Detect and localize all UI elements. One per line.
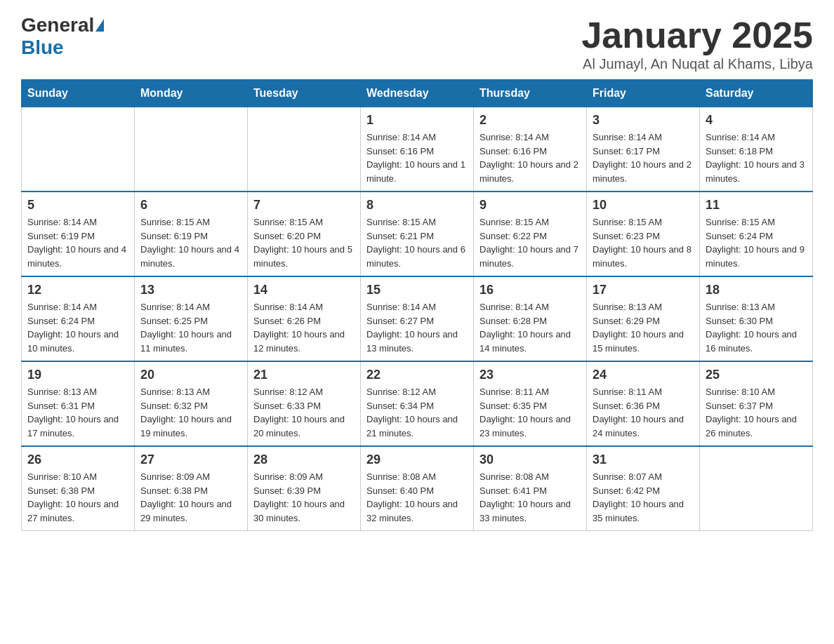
day-number: 13 <box>140 283 241 297</box>
col-header-sunday: Sunday <box>22 80 135 107</box>
week-row-5: 26Sunrise: 8:10 AMSunset: 6:38 PMDayligh… <box>22 446 813 531</box>
day-number: 31 <box>593 452 694 467</box>
calendar-cell: 15Sunrise: 8:14 AMSunset: 6:27 PMDayligh… <box>361 276 474 361</box>
week-row-2: 5Sunrise: 8:14 AMSunset: 6:19 PMDaylight… <box>22 192 813 276</box>
day-info: Sunrise: 8:10 AMSunset: 6:37 PMDaylight:… <box>706 385 807 440</box>
day-info: Sunrise: 8:14 AMSunset: 6:16 PMDaylight:… <box>366 130 468 185</box>
logo-blue-text: Blue <box>21 36 64 59</box>
calendar-cell: 20Sunrise: 8:13 AMSunset: 6:32 PMDayligh… <box>135 361 248 446</box>
calendar-cell: 18Sunrise: 8:13 AMSunset: 6:30 PMDayligh… <box>700 276 813 361</box>
day-info: Sunrise: 8:15 AMSunset: 6:21 PMDaylight:… <box>366 215 468 270</box>
day-info: Sunrise: 8:13 AMSunset: 6:29 PMDaylight:… <box>593 300 694 355</box>
day-info: Sunrise: 8:14 AMSunset: 6:18 PMDaylight:… <box>706 130 807 185</box>
header-row: SundayMondayTuesdayWednesdayThursdayFrid… <box>22 80 813 107</box>
day-number: 27 <box>140 452 241 467</box>
calendar-cell: 22Sunrise: 8:12 AMSunset: 6:34 PMDayligh… <box>361 361 474 446</box>
day-info: Sunrise: 8:11 AMSunset: 6:36 PMDaylight:… <box>593 385 694 440</box>
calendar-cell <box>22 107 135 192</box>
day-info: Sunrise: 8:14 AMSunset: 6:19 PMDaylight:… <box>27 215 128 270</box>
day-number: 23 <box>479 368 581 382</box>
col-header-friday: Friday <box>587 80 700 107</box>
calendar-cell: 4Sunrise: 8:14 AMSunset: 6:18 PMDaylight… <box>700 107 813 192</box>
calendar-cell: 6Sunrise: 8:15 AMSunset: 6:19 PMDaylight… <box>135 192 248 276</box>
calendar-cell: 25Sunrise: 8:10 AMSunset: 6:37 PMDayligh… <box>700 361 813 446</box>
day-number: 19 <box>27 368 128 382</box>
day-info: Sunrise: 8:07 AMSunset: 6:42 PMDaylight:… <box>593 470 694 525</box>
day-number: 14 <box>253 283 355 297</box>
day-info: Sunrise: 8:08 AMSunset: 6:41 PMDaylight:… <box>479 470 581 525</box>
col-header-thursday: Thursday <box>474 80 587 107</box>
day-number: 11 <box>706 198 807 213</box>
day-info: Sunrise: 8:12 AMSunset: 6:34 PMDaylight:… <box>366 385 468 440</box>
calendar-cell: 2Sunrise: 8:14 AMSunset: 6:16 PMDaylight… <box>474 107 587 192</box>
calendar-cell: 11Sunrise: 8:15 AMSunset: 6:24 PMDayligh… <box>700 192 813 276</box>
week-row-1: 1Sunrise: 8:14 AMSunset: 6:16 PMDaylight… <box>22 107 813 192</box>
week-row-3: 12Sunrise: 8:14 AMSunset: 6:24 PMDayligh… <box>22 276 813 361</box>
calendar-cell <box>700 446 813 531</box>
day-info: Sunrise: 8:09 AMSunset: 6:39 PMDaylight:… <box>253 470 355 525</box>
calendar-cell: 23Sunrise: 8:11 AMSunset: 6:35 PMDayligh… <box>474 361 587 446</box>
main-title: January 2025 <box>581 14 813 56</box>
header: General Blue January 2025 Al Jumayl, An … <box>21 14 813 72</box>
day-info: Sunrise: 8:11 AMSunset: 6:35 PMDaylight:… <box>479 385 581 440</box>
calendar-cell: 24Sunrise: 8:11 AMSunset: 6:36 PMDayligh… <box>587 361 700 446</box>
day-number: 24 <box>593 368 694 382</box>
day-number: 4 <box>706 113 807 128</box>
col-header-wednesday: Wednesday <box>361 80 474 107</box>
day-number: 3 <box>593 113 694 128</box>
col-header-monday: Monday <box>135 80 248 107</box>
day-number: 15 <box>366 283 468 297</box>
day-number: 18 <box>706 283 807 297</box>
day-number: 9 <box>479 198 581 213</box>
day-number: 21 <box>253 368 355 382</box>
day-number: 30 <box>479 452 581 467</box>
day-number: 12 <box>27 283 128 297</box>
title-area: January 2025 Al Jumayl, An Nuqat al Kham… <box>581 14 813 72</box>
calendar-cell: 3Sunrise: 8:14 AMSunset: 6:17 PMDaylight… <box>587 107 700 192</box>
day-number: 5 <box>27 198 128 213</box>
calendar-cell: 7Sunrise: 8:15 AMSunset: 6:20 PMDaylight… <box>248 192 361 276</box>
day-info: Sunrise: 8:14 AMSunset: 6:24 PMDaylight:… <box>27 300 128 355</box>
day-number: 2 <box>479 113 581 128</box>
subtitle: Al Jumayl, An Nuqat al Khams, Libya <box>581 56 813 72</box>
calendar-cell: 10Sunrise: 8:15 AMSunset: 6:23 PMDayligh… <box>587 192 700 276</box>
day-number: 8 <box>366 198 468 213</box>
col-header-saturday: Saturday <box>700 80 813 107</box>
day-info: Sunrise: 8:15 AMSunset: 6:19 PMDaylight:… <box>140 215 241 270</box>
day-info: Sunrise: 8:14 AMSunset: 6:28 PMDaylight:… <box>479 300 581 355</box>
calendar-cell: 17Sunrise: 8:13 AMSunset: 6:29 PMDayligh… <box>587 276 700 361</box>
day-number: 20 <box>140 368 241 382</box>
calendar-cell: 28Sunrise: 8:09 AMSunset: 6:39 PMDayligh… <box>248 446 361 531</box>
day-number: 6 <box>140 198 241 213</box>
day-number: 22 <box>366 368 468 382</box>
logo-general: General <box>21 14 94 36</box>
calendar-cell <box>248 107 361 192</box>
day-info: Sunrise: 8:14 AMSunset: 6:17 PMDaylight:… <box>593 130 694 185</box>
calendar-cell: 21Sunrise: 8:12 AMSunset: 6:33 PMDayligh… <box>248 361 361 446</box>
col-header-tuesday: Tuesday <box>248 80 361 107</box>
calendar-cell: 19Sunrise: 8:13 AMSunset: 6:31 PMDayligh… <box>22 361 135 446</box>
calendar-cell: 5Sunrise: 8:14 AMSunset: 6:19 PMDaylight… <box>22 192 135 276</box>
day-info: Sunrise: 8:14 AMSunset: 6:16 PMDaylight:… <box>479 130 581 185</box>
day-info: Sunrise: 8:15 AMSunset: 6:20 PMDaylight:… <box>253 215 355 270</box>
calendar-cell: 8Sunrise: 8:15 AMSunset: 6:21 PMDaylight… <box>361 192 474 276</box>
calendar-cell: 9Sunrise: 8:15 AMSunset: 6:22 PMDaylight… <box>474 192 587 276</box>
day-number: 25 <box>706 368 807 382</box>
day-number: 17 <box>593 283 694 297</box>
day-info: Sunrise: 8:14 AMSunset: 6:26 PMDaylight:… <box>253 300 355 355</box>
week-row-4: 19Sunrise: 8:13 AMSunset: 6:31 PMDayligh… <box>22 361 813 446</box>
day-info: Sunrise: 8:13 AMSunset: 6:30 PMDaylight:… <box>706 300 807 355</box>
calendar-cell: 31Sunrise: 8:07 AMSunset: 6:42 PMDayligh… <box>587 446 700 531</box>
day-info: Sunrise: 8:14 AMSunset: 6:25 PMDaylight:… <box>140 300 241 355</box>
calendar-cell <box>135 107 248 192</box>
day-number: 1 <box>366 113 468 128</box>
day-info: Sunrise: 8:15 AMSunset: 6:22 PMDaylight:… <box>479 215 581 270</box>
calendar-cell: 30Sunrise: 8:08 AMSunset: 6:41 PMDayligh… <box>474 446 587 531</box>
calendar-table: SundayMondayTuesdayWednesdayThursdayFrid… <box>21 79 813 531</box>
day-number: 10 <box>593 198 694 213</box>
logo-text: General <box>21 14 105 36</box>
calendar-cell: 14Sunrise: 8:14 AMSunset: 6:26 PMDayligh… <box>248 276 361 361</box>
calendar-cell: 29Sunrise: 8:08 AMSunset: 6:40 PMDayligh… <box>361 446 474 531</box>
day-info: Sunrise: 8:15 AMSunset: 6:24 PMDaylight:… <box>706 215 807 270</box>
logo-triangle-icon <box>95 19 104 32</box>
